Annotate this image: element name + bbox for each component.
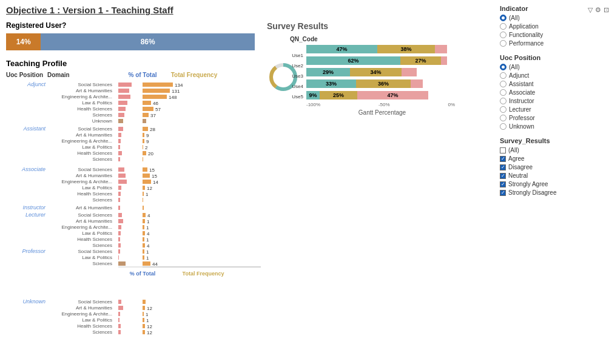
survey-results-options: (All) Agree Disagree Neutral Strongly Ag…: [500, 147, 609, 196]
gantt-row-use4: 33% 36%: [306, 78, 458, 89]
qn-label-use1: Use1: [292, 53, 303, 58]
filter-icons[interactable]: ▽ ⚙ ⊡: [588, 6, 609, 14]
svg-text:131: 131: [172, 89, 180, 94]
qn-code-label: QN_Code: [290, 36, 497, 42]
indicator-application[interactable]: Application: [500, 23, 609, 30]
filter-icon[interactable]: ▽: [588, 6, 593, 14]
survey-results-filter-section: Survey_Results (All) Agree Disagree Neut…: [500, 137, 609, 196]
sr-strongly-disagree[interactable]: Strongly Disagree: [500, 189, 609, 196]
svg-rect-87: [118, 219, 123, 223]
svg-text:Engineering & Archite...: Engineering & Archite...: [61, 311, 112, 317]
svg-text:Lecturer: Lecturer: [25, 212, 46, 218]
uoc-assistant[interactable]: Assistant: [500, 81, 609, 87]
uoc-associate[interactable]: Associate: [500, 89, 609, 96]
svg-rect-111: [143, 249, 144, 254]
sr-neutral[interactable]: Neutral: [500, 172, 609, 179]
svg-text:Law & Politics: Law & Politics: [82, 100, 112, 106]
svg-rect-26: [143, 119, 146, 123]
svg-text:Engineering & Archite...: Engineering & Archite...: [61, 94, 112, 99]
svg-text:1: 1: [146, 318, 149, 323]
svg-text:12: 12: [147, 324, 152, 329]
indicator-label: Indicator: [500, 5, 528, 12]
svg-text:Sciences: Sciences: [93, 261, 112, 266]
sr-neutral-label: Neutral: [508, 172, 528, 179]
sr-strongly-agree[interactable]: Strongly Agree: [500, 181, 609, 187]
svg-rect-96: [143, 225, 144, 229]
uoc-position-label: Uoc Position: [500, 54, 609, 61]
svg-text:Law & Politics: Law & Politics: [82, 185, 112, 190]
use2-teal: 62%: [306, 56, 400, 65]
svg-text:Law & Politics: Law & Politics: [82, 255, 112, 260]
svg-text:1: 1: [146, 249, 149, 255]
uoc-all[interactable]: (All): [500, 64, 609, 70]
sr-agree-label: Agree: [508, 155, 525, 162]
middle-panel: Survey Results QN_Code Use1 Use2 Use3 Us…: [267, 21, 497, 116]
uoc-professor-label: Professor: [509, 115, 535, 121]
svg-rect-63: [118, 198, 120, 202]
uoc-all-label: (All): [509, 64, 520, 70]
sr-disagree[interactable]: Disagree: [500, 164, 609, 170]
uoc-lecturer[interactable]: Lecturer: [500, 106, 609, 113]
svg-rect-64: [143, 167, 147, 172]
uoc-professor[interactable]: Professor: [500, 115, 609, 121]
uoc-instructor[interactable]: Instructor: [500, 98, 609, 104]
svg-text:Unknown: Unknown: [92, 118, 112, 124]
svg-rect-148: [143, 324, 145, 328]
sr-all[interactable]: (All): [500, 147, 609, 153]
svg-rect-24: [143, 113, 149, 117]
svg-rect-98: [143, 231, 145, 235]
svg-rect-59: [118, 174, 126, 178]
svg-text:Social Sciences: Social Sciences: [78, 126, 112, 132]
uoc-assistant-label: Assistant: [509, 81, 534, 87]
reg-no-bar: 14%: [6, 33, 41, 50]
use3-teal: 29%: [306, 68, 350, 76]
svg-rect-90: [118, 237, 120, 241]
svg-rect-42: [143, 133, 144, 137]
unknown-group: Unknown Social Sciences Art & Humanities…: [6, 297, 267, 347]
svg-text:Law & Politics: Law & Politics: [82, 317, 112, 323]
svg-text:37: 37: [150, 113, 156, 118]
settings-icon[interactable]: ⚙: [595, 6, 601, 14]
svg-rect-68: [143, 180, 151, 184]
uoc-unknown[interactable]: Unknown: [500, 123, 609, 130]
svg-text:Law & Politics: Law & Politics: [82, 144, 112, 150]
x-axis: -100% -50% 0%: [306, 102, 458, 107]
svg-rect-46: [143, 145, 143, 149]
indicator-performance[interactable]: Performance: [500, 40, 609, 47]
svg-rect-48: [143, 151, 146, 155]
indicator-all[interactable]: (All): [500, 15, 609, 21]
svg-rect-144: [143, 312, 144, 316]
svg-rect-86: [118, 213, 122, 217]
svg-rect-11: [118, 107, 126, 111]
qn-label-use4: Use4: [292, 84, 303, 89]
svg-rect-70: [143, 186, 145, 190]
svg-rect-115: [143, 261, 150, 266]
uoc-position-section: Uoc Position (All) Adjunct Assistant: [500, 54, 609, 130]
svg-text:9: 9: [146, 139, 149, 144]
svg-rect-22: [143, 107, 153, 111]
svg-rect-50: [143, 157, 143, 161]
qn-label-use3: Use3: [292, 73, 303, 79]
uoc-adjunct[interactable]: Adjunct: [500, 72, 609, 79]
uoc-unknown-label: Unknown: [509, 123, 534, 130]
use1-teal: 47%: [306, 45, 377, 53]
svg-text:Health Sciences: Health Sciences: [77, 237, 112, 242]
sr-strongly-disagree-checkbox: [500, 190, 506, 196]
sr-agree-checkbox: [500, 156, 506, 162]
svg-text:1: 1: [146, 192, 149, 197]
indicator-functionality[interactable]: Functionality: [500, 32, 609, 38]
expand-icon[interactable]: ⊡: [604, 6, 609, 14]
svg-text:Law & Politics: Law & Politics: [82, 231, 112, 236]
use5-pink: 47%: [357, 91, 428, 99]
svg-rect-13: [118, 119, 123, 123]
indicator-section: Indicator ▽ ⚙ ⊡ (All) Application: [500, 5, 609, 47]
uoc-associate-label: Associate: [509, 89, 535, 96]
sr-neutral-checkbox: [500, 173, 506, 179]
svg-rect-62: [118, 192, 121, 196]
indicator-functionality-label: Functionality: [509, 32, 543, 38]
right-panel: Indicator ▽ ⚙ ⊡ (All) Application: [500, 5, 609, 203]
use5-teal: 9%: [306, 91, 320, 99]
sr-agree[interactable]: Agree: [500, 155, 609, 162]
col-uoc-position: Uoc Position: [6, 72, 47, 78]
svg-text:Associate: Associate: [21, 166, 45, 172]
